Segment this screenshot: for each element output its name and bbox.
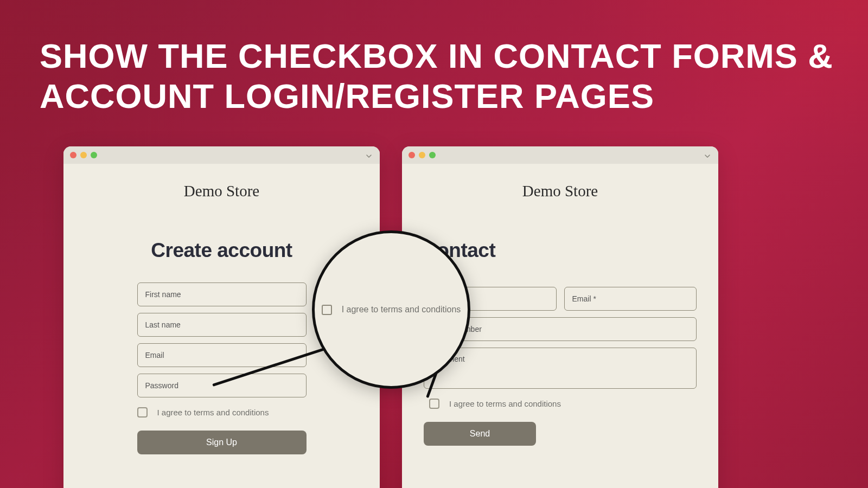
page-title: Contact <box>423 239 697 262</box>
promo-background: SHOW THE CHECKBOX IN CONTACT FORMS & ACC… <box>0 0 868 488</box>
magnifier-lens: I agree to terms and conditions <box>312 230 470 389</box>
traffic-light-zoom-icon[interactable] <box>91 152 97 158</box>
traffic-light-minimize-icon[interactable] <box>80 152 87 158</box>
window-titlebar <box>63 146 380 164</box>
button-label: Send <box>470 429 490 439</box>
terms-checkbox[interactable] <box>429 399 439 409</box>
terms-checkbox-row: I agree to terms and conditions <box>137 407 307 418</box>
input-placeholder: First name <box>145 290 181 299</box>
send-button[interactable]: Send <box>424 422 536 446</box>
button-label: Sign Up <box>206 438 237 447</box>
terms-checkbox-zoomed[interactable] <box>322 305 332 315</box>
headline: SHOW THE CHECKBOX IN CONTACT FORMS & ACC… <box>40 36 835 117</box>
first-name-field[interactable]: First name <box>137 282 307 306</box>
traffic-light-close-icon[interactable] <box>70 152 76 158</box>
terms-label: I agree to terms and conditions <box>449 399 561 408</box>
terms-checkbox[interactable] <box>137 407 148 418</box>
last-name-field[interactable]: Last name <box>137 313 307 337</box>
terms-label-zoomed: I agree to terms and conditions <box>342 305 461 314</box>
sign-up-button[interactable]: Sign Up <box>137 431 307 454</box>
window-titlebar <box>402 146 718 164</box>
input-placeholder: Password <box>145 381 178 390</box>
store-name: Demo Store <box>63 182 380 200</box>
comment-field[interactable]: Comment <box>424 348 697 389</box>
traffic-light-minimize-icon[interactable] <box>419 152 425 158</box>
store-name: Demo Store <box>402 182 718 200</box>
chevron-down-icon[interactable] <box>704 152 711 162</box>
traffic-light-zoom-icon[interactable] <box>429 152 436 158</box>
input-placeholder: Email * <box>572 294 596 303</box>
email-field[interactable]: Email * <box>564 287 697 311</box>
terms-checkbox-row: I agree to terms and conditions <box>429 399 697 409</box>
traffic-light-close-icon[interactable] <box>409 152 415 158</box>
input-placeholder: Last name <box>145 320 181 329</box>
page-title: Create account <box>85 239 358 262</box>
password-field[interactable]: Password <box>137 374 307 397</box>
terms-label: I agree to terms and conditions <box>157 408 269 417</box>
chevron-down-icon[interactable] <box>366 152 372 162</box>
input-placeholder: Email <box>145 351 164 359</box>
